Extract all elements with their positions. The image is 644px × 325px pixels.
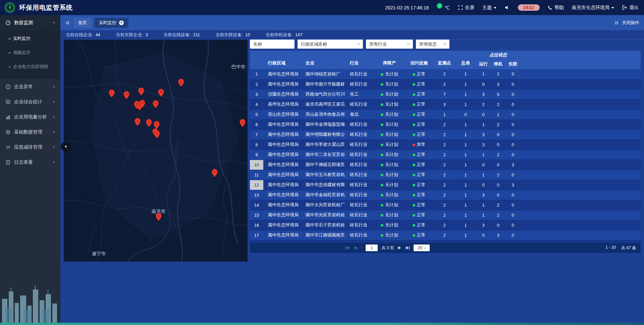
cell-run: 1 (476, 170, 491, 180)
status-dot-icon (413, 234, 415, 237)
cell-monitor: 2 (434, 129, 455, 140)
cell-monitor: 3 (434, 99, 455, 109)
cell-meter: 1 (455, 190, 476, 200)
alert-count-badge[interactable]: 2632 (518, 4, 540, 11)
org-dropdown[interactable]: 南充市生态环境局 (572, 5, 614, 11)
prev-page-button[interactable] (353, 246, 357, 250)
table-row[interactable]: 3仪陇生态环境局西南油气田分公司川中化工无计划正常71350 (250, 89, 641, 99)
cell-lost: 0 (505, 240, 520, 243)
cell-monitor: 2 (434, 160, 455, 170)
cell-monitor: 2 (434, 240, 455, 243)
help-button[interactable]: 帮助 (548, 5, 564, 11)
table-row[interactable]: 6阆中生态环境局阆中市金博瑞新型墙材砖瓦行业无计划正常21120 (250, 119, 641, 129)
table-row[interactable]: 9阆中生态环境局阆中市二龙长宝页岩砖砖瓦行业无计划正常21120 (250, 150, 641, 160)
theme-dropdown[interactable]: 主题 (482, 5, 496, 11)
table-row[interactable]: 13阆中生态环境局阆中市金福旺页岩机砖砖瓦行业无计划正常21300 (250, 190, 641, 200)
close-operations-button[interactable]: 关闭操作 (614, 20, 639, 26)
cell-industry: 砖瓦行业 (345, 150, 375, 160)
next-page-button[interactable] (397, 246, 401, 250)
table-row[interactable]: 16阆中生态环境局阆中市石子页岩机砖厂砖瓦行业无计划正常21300 (250, 220, 641, 230)
logout-button[interactable]: 退出 (622, 5, 639, 11)
bottom-decor-strip (0, 323, 644, 325)
cell-filler (520, 190, 641, 200)
table-row[interactable]: 14阆中生态环境局阆中大兴页岩机砖厂砖瓦行业无计划正常21120 (250, 200, 641, 210)
sidebar-subitem[interactable]: 实时监控 (0, 32, 60, 46)
sidebar-section[interactable]: 基础数据管理 (0, 124, 60, 140)
tabs-scroll-left-button[interactable] (65, 20, 70, 25)
status-filter-select[interactable]: 所有状态 (416, 40, 449, 49)
status-dot-icon (381, 133, 383, 136)
first-page-button[interactable] (345, 246, 350, 250)
cell-limit: 无计划 (375, 210, 404, 220)
cell-company: 阆中明阳建材有限公司 (301, 129, 345, 140)
stat-item: 当前在线设备:211 (163, 32, 200, 38)
sidebar: 数据监测实时监控视频监控企业电力负荷明细企业异常企业综合统计企业用电量分析基础数… (0, 15, 60, 325)
page-number-input[interactable] (366, 245, 378, 251)
cell-limit: 无计划 (375, 180, 404, 190)
status-dot-icon (413, 224, 415, 227)
cell-meter: 1 (455, 200, 476, 210)
map-svg[interactable]: 巴中市南充市遂宁市 (64, 40, 248, 262)
table-row[interactable]: 12阆中生态环境局阆中市忠信建材有限公砖瓦行业无计划正常21003 (250, 180, 641, 190)
cell-lost: 0 (505, 69, 520, 79)
cell-run: 3 (476, 129, 491, 140)
chevron-down-icon (443, 42, 447, 45)
tab-item[interactable]: 首页 (73, 18, 92, 28)
sidebar-section[interactable]: 企业综合统计 (0, 94, 60, 109)
table-row[interactable]: 17阆中生态环境局阆中市江南镇阆南页岩砖瓦行业无计划正常21030 (250, 230, 641, 240)
total-count-label: 共 47 条 (621, 245, 636, 251)
sidebar-submenu: 实时监控视频监控企业电力负荷明细 (0, 30, 60, 79)
sidebar-section[interactable]: 企业异常 (0, 79, 60, 94)
cell-lost: 0 (505, 200, 520, 210)
map-panel[interactable]: 巴中市南充市遂宁市 (64, 40, 248, 262)
last-page-button[interactable] (405, 246, 410, 250)
status-dot-icon (413, 184, 415, 186)
cell-stop: 0 (491, 160, 505, 170)
cell-filler (520, 240, 641, 243)
sidebar-subitem[interactable]: 视频监控 (0, 46, 60, 60)
table-row[interactable]: 18南部生态环境局南部县建材有限公司砖瓦行业无计划正常21030 (250, 240, 641, 243)
table-row[interactable]: 5营山生态环境局营山县润丰肉食品有限食品无计划正常10010 (250, 109, 641, 119)
table-row[interactable]: 15阆中生态环境局阆中市光富页岩机砖厂砖瓦行业无计划正常21120 (250, 210, 641, 220)
table-row[interactable]: 4高坪生态环境局南充市高坪区王家店建砖瓦行业无计划正常31220 (250, 99, 641, 109)
sidebar-section[interactable]: 企业用电量分析 (0, 109, 60, 124)
row-index: 2 (250, 79, 263, 89)
cell-facility: 正常 (404, 119, 434, 129)
page: { "header": { "title": "环保用电监管系统", "date… (0, 0, 644, 325)
cell-run: 1 (476, 200, 491, 210)
top-header: 环保用电监管系统 2021-02-25 17:46:18 0 ℃ 全屏 主题 2… (0, 0, 644, 15)
table-row[interactable]: 8阆中生态环境局阆中市枣碧大梁山页岩砖瓦行业无计划异常21300 (250, 140, 641, 150)
tab-active[interactable]: 实时监控× (94, 18, 128, 28)
status-dot-icon (381, 73, 383, 76)
fullscreen-button[interactable]: 全屏 (458, 5, 474, 11)
table-row[interactable]: 10阆中生态环境局阆中千佛镇五郎垭页岩砖瓦行业无计划正常21003 (250, 160, 641, 170)
table-row[interactable]: 11阆中生态环境局阆中市五马桥页岩机砖砖瓦行业无计划正常21120 (250, 170, 641, 180)
chevron-left-icon (52, 130, 56, 134)
name-filter-input[interactable] (250, 40, 294, 49)
cell-meter: 1 (455, 240, 476, 243)
cell-run: 1 (476, 210, 491, 220)
cell-industry: 化工 (345, 89, 375, 99)
mute-button[interactable] (504, 5, 510, 10)
region-filter-select[interactable]: 行政区域名称 (298, 40, 363, 49)
cell-industry: 砖瓦行业 (345, 230, 375, 240)
cell-facility: 正常 (404, 79, 434, 89)
industry-filter-select[interactable]: 所有行业 (366, 40, 413, 49)
sidebar-section[interactable]: 应急减排管理 (0, 140, 60, 155)
table-row[interactable]: 7阆中生态环境局阆中明阳建材有限公司砖瓦行业无计划正常21300 (250, 129, 641, 140)
cell-facility: 正常 (404, 129, 434, 140)
table-row[interactable]: 2阆中生态环境局阆中市南方节能建材有砖瓦行业无计划正常21030 (250, 79, 641, 89)
col-run: 运行 (476, 59, 491, 69)
app-logo-icon (5, 2, 15, 13)
cell-limit: 无计划 (375, 109, 404, 119)
cell-industry: 砖瓦行业 (345, 119, 375, 129)
tab-close-icon[interactable]: × (119, 20, 124, 25)
sidebar-subitem[interactable]: 企业电力负荷明细 (0, 60, 60, 74)
sidebar-section[interactable]: 日志查看 (0, 155, 60, 170)
region-filter-value: 行政区域名称 (301, 41, 327, 47)
sidebar-section[interactable]: 数据监测 (0, 15, 60, 30)
cell-region: 阆中生态环境局 (263, 79, 301, 89)
table-row[interactable]: 1阆中生态环境局阆中强锐页岩砖厂砖瓦行业无计划正常21120 (250, 69, 641, 79)
page-size-select[interactable]: 20 (414, 245, 430, 251)
map-collapse-button[interactable] (61, 142, 70, 151)
